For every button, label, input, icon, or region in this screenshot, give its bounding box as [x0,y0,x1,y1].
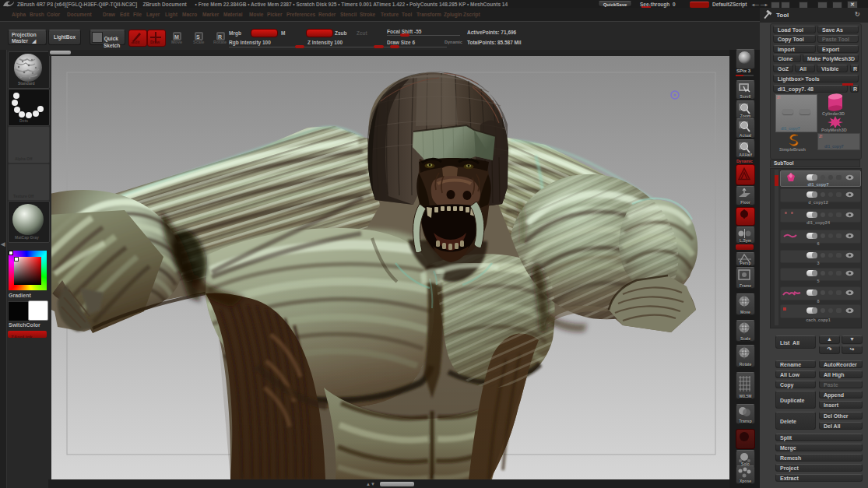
svg-text:S: S [196,34,200,40]
svg-text:Rotate: Rotate [213,40,227,44]
svg-text:Move: Move [171,40,182,44]
svg-text:Draw: Draw [150,40,160,44]
svg-text:Scale: Scale [193,40,204,44]
svg-text:MatCap Gray: MatCap Gray [15,235,39,240]
svg-text:Dots: Dots [19,118,28,123]
svg-text:Standard: Standard [18,81,35,86]
svg-text:R: R [218,34,222,40]
svg-text:Edit: Edit [132,40,140,44]
svg-text:M: M [174,34,179,40]
